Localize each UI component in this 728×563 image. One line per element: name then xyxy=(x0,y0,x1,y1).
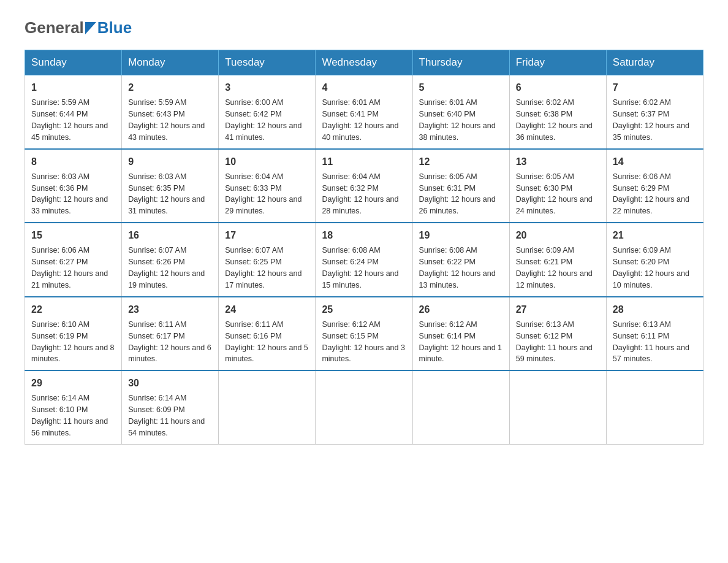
day-info: Sunrise: 5:59 AMSunset: 6:43 PMDaylight:… xyxy=(128,98,205,142)
calendar-cell: 5Sunrise: 6:01 AMSunset: 6:40 PMDaylight… xyxy=(412,75,509,149)
calendar-cell: 18Sunrise: 6:08 AMSunset: 6:24 PMDayligh… xyxy=(316,223,412,297)
calendar-cell: 16Sunrise: 6:07 AMSunset: 6:26 PMDayligh… xyxy=(122,223,219,297)
day-info: Sunrise: 6:06 AMSunset: 6:29 PMDaylight:… xyxy=(613,172,689,216)
calendar-cell xyxy=(316,370,412,444)
calendar-cell: 2Sunrise: 5:59 AMSunset: 6:43 PMDaylight… xyxy=(122,75,219,149)
day-number: 21 xyxy=(613,228,697,242)
day-number: 9 xyxy=(128,155,212,169)
day-info: Sunrise: 5:59 AMSunset: 6:44 PMDaylight:… xyxy=(31,98,108,142)
day-info: Sunrise: 6:09 AMSunset: 6:20 PMDaylight:… xyxy=(613,246,689,289)
calendar-cell: 12Sunrise: 6:05 AMSunset: 6:31 PMDayligh… xyxy=(412,149,509,223)
calendar-cell xyxy=(606,370,703,444)
day-number: 18 xyxy=(322,228,406,242)
logo-blue-text: Blue xyxy=(97,18,132,37)
weekday-header-sunday: Sunday xyxy=(25,50,122,75)
calendar-cell: 21Sunrise: 6:09 AMSunset: 6:20 PMDayligh… xyxy=(606,223,703,297)
calendar-table: SundayMondayTuesdayWednesdayThursdayFrid… xyxy=(25,50,703,445)
day-info: Sunrise: 6:14 AMSunset: 6:10 PMDaylight:… xyxy=(31,394,108,437)
day-info: Sunrise: 6:05 AMSunset: 6:30 PMDaylight:… xyxy=(516,172,593,216)
day-info: Sunrise: 6:05 AMSunset: 6:31 PMDaylight:… xyxy=(419,172,496,216)
day-number: 3 xyxy=(225,80,309,94)
day-info: Sunrise: 6:04 AMSunset: 6:32 PMDaylight:… xyxy=(322,172,398,216)
calendar-cell: 8Sunrise: 6:03 AMSunset: 6:36 PMDaylight… xyxy=(25,149,122,223)
day-info: Sunrise: 6:13 AMSunset: 6:11 PMDaylight:… xyxy=(613,320,689,364)
weekday-header-row: SundayMondayTuesdayWednesdayThursdayFrid… xyxy=(25,50,703,75)
day-number: 15 xyxy=(31,228,115,242)
day-info: Sunrise: 6:12 AMSunset: 6:15 PMDaylight:… xyxy=(322,320,405,364)
day-info: Sunrise: 6:13 AMSunset: 6:12 PMDaylight:… xyxy=(516,320,593,364)
weekday-header-monday: Monday xyxy=(122,50,219,75)
logo-arrow-icon xyxy=(85,22,96,34)
weekday-header-tuesday: Tuesday xyxy=(219,50,316,75)
calendar-cell: 9Sunrise: 6:03 AMSunset: 6:35 PMDaylight… xyxy=(122,149,219,223)
calendar-cell: 6Sunrise: 6:02 AMSunset: 6:38 PMDaylight… xyxy=(509,75,606,149)
calendar-week-row: 29Sunrise: 6:14 AMSunset: 6:10 PMDayligh… xyxy=(25,370,703,444)
weekday-header-wednesday: Wednesday xyxy=(316,50,412,75)
day-info: Sunrise: 6:08 AMSunset: 6:24 PMDaylight:… xyxy=(322,246,398,289)
day-number: 29 xyxy=(31,376,115,390)
day-number: 30 xyxy=(128,376,212,390)
day-info: Sunrise: 6:10 AMSunset: 6:19 PMDaylight:… xyxy=(31,320,115,364)
day-number: 22 xyxy=(31,302,115,316)
calendar-cell: 4Sunrise: 6:01 AMSunset: 6:41 PMDaylight… xyxy=(316,75,412,149)
calendar-cell: 1Sunrise: 5:59 AMSunset: 6:44 PMDaylight… xyxy=(25,75,122,149)
page-header: General Blue xyxy=(25,18,703,37)
calendar-week-row: 22Sunrise: 6:10 AMSunset: 6:19 PMDayligh… xyxy=(25,297,703,371)
calendar-cell: 30Sunrise: 6:14 AMSunset: 6:09 PMDayligh… xyxy=(122,370,219,444)
calendar-cell: 26Sunrise: 6:12 AMSunset: 6:14 PMDayligh… xyxy=(412,297,509,371)
calendar-cell: 17Sunrise: 6:07 AMSunset: 6:25 PMDayligh… xyxy=(219,223,316,297)
day-info: Sunrise: 6:08 AMSunset: 6:22 PMDaylight:… xyxy=(419,246,496,289)
calendar-cell: 28Sunrise: 6:13 AMSunset: 6:11 PMDayligh… xyxy=(606,297,703,371)
calendar-cell: 10Sunrise: 6:04 AMSunset: 6:33 PMDayligh… xyxy=(219,149,316,223)
calendar-cell: 25Sunrise: 6:12 AMSunset: 6:15 PMDayligh… xyxy=(316,297,412,371)
day-number: 6 xyxy=(516,80,600,94)
day-number: 2 xyxy=(128,80,212,94)
calendar-cell: 24Sunrise: 6:11 AMSunset: 6:16 PMDayligh… xyxy=(219,297,316,371)
calendar-cell: 13Sunrise: 6:05 AMSunset: 6:30 PMDayligh… xyxy=(509,149,606,223)
calendar-cell: 14Sunrise: 6:06 AMSunset: 6:29 PMDayligh… xyxy=(606,149,703,223)
calendar-cell xyxy=(219,370,316,444)
day-info: Sunrise: 6:01 AMSunset: 6:41 PMDaylight:… xyxy=(322,98,398,142)
day-info: Sunrise: 6:06 AMSunset: 6:27 PMDaylight:… xyxy=(31,246,108,289)
calendar-cell: 22Sunrise: 6:10 AMSunset: 6:19 PMDayligh… xyxy=(25,297,122,371)
day-number: 27 xyxy=(516,302,600,316)
calendar-cell: 20Sunrise: 6:09 AMSunset: 6:21 PMDayligh… xyxy=(509,223,606,297)
day-info: Sunrise: 6:07 AMSunset: 6:25 PMDaylight:… xyxy=(225,246,301,289)
calendar-cell: 19Sunrise: 6:08 AMSunset: 6:22 PMDayligh… xyxy=(412,223,509,297)
day-info: Sunrise: 6:14 AMSunset: 6:09 PMDaylight:… xyxy=(128,394,205,437)
day-number: 19 xyxy=(419,228,503,242)
logo: General Blue xyxy=(25,18,132,37)
day-number: 24 xyxy=(225,302,309,316)
day-info: Sunrise: 6:00 AMSunset: 6:42 PMDaylight:… xyxy=(225,98,301,142)
calendar-cell: 3Sunrise: 6:00 AMSunset: 6:42 PMDaylight… xyxy=(219,75,316,149)
day-info: Sunrise: 6:04 AMSunset: 6:33 PMDaylight:… xyxy=(225,172,301,216)
day-number: 7 xyxy=(613,80,697,94)
calendar-week-row: 1Sunrise: 5:59 AMSunset: 6:44 PMDaylight… xyxy=(25,75,703,149)
day-number: 10 xyxy=(225,155,309,169)
calendar-cell: 7Sunrise: 6:02 AMSunset: 6:37 PMDaylight… xyxy=(606,75,703,149)
calendar-cell xyxy=(509,370,606,444)
day-info: Sunrise: 6:12 AMSunset: 6:14 PMDaylight:… xyxy=(419,320,502,364)
calendar-cell: 27Sunrise: 6:13 AMSunset: 6:12 PMDayligh… xyxy=(509,297,606,371)
calendar-week-row: 8Sunrise: 6:03 AMSunset: 6:36 PMDaylight… xyxy=(25,149,703,223)
day-number: 17 xyxy=(225,228,309,242)
day-number: 26 xyxy=(419,302,503,316)
svg-marker-0 xyxy=(85,22,96,34)
day-number: 23 xyxy=(128,302,212,316)
calendar-cell: 23Sunrise: 6:11 AMSunset: 6:17 PMDayligh… xyxy=(122,297,219,371)
day-number: 16 xyxy=(128,228,212,242)
day-number: 20 xyxy=(516,228,600,242)
calendar-cell xyxy=(412,370,509,444)
day-info: Sunrise: 6:01 AMSunset: 6:40 PMDaylight:… xyxy=(419,98,496,142)
calendar-week-row: 15Sunrise: 6:06 AMSunset: 6:27 PMDayligh… xyxy=(25,223,703,297)
day-number: 11 xyxy=(322,155,406,169)
day-info: Sunrise: 6:09 AMSunset: 6:21 PMDaylight:… xyxy=(516,246,593,289)
calendar-cell: 11Sunrise: 6:04 AMSunset: 6:32 PMDayligh… xyxy=(316,149,412,223)
logo-general-text: General xyxy=(25,18,84,37)
day-info: Sunrise: 6:02 AMSunset: 6:38 PMDaylight:… xyxy=(516,98,593,142)
day-number: 8 xyxy=(31,155,115,169)
weekday-header-friday: Friday xyxy=(509,50,606,75)
weekday-header-saturday: Saturday xyxy=(606,50,703,75)
calendar-cell: 29Sunrise: 6:14 AMSunset: 6:10 PMDayligh… xyxy=(25,370,122,444)
day-info: Sunrise: 6:11 AMSunset: 6:16 PMDaylight:… xyxy=(225,320,308,364)
